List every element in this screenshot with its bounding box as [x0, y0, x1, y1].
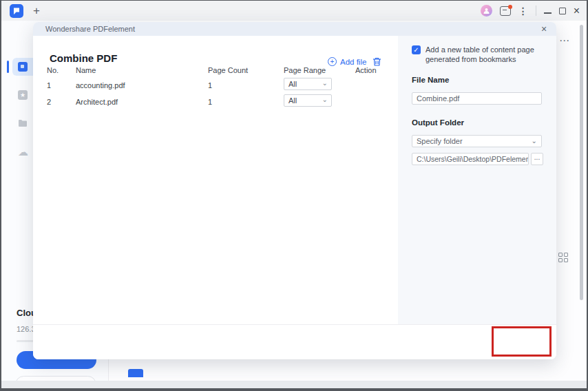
col-header-page-count: Page Count [208, 66, 248, 74]
star-icon: ★ [18, 90, 28, 100]
close-window-button[interactable]: × [574, 6, 580, 17]
dialog-title-bar: Wondershare PDFelement × [33, 22, 556, 36]
chevron-down-icon: ⌄ [532, 136, 537, 147]
minimize-button[interactable] [544, 12, 552, 14]
row-no: 2 [47, 98, 51, 106]
pdfelement-logo-icon [12, 7, 21, 15]
row-file-name: Architect.pdf [76, 98, 118, 106]
toc-checkbox[interactable]: ✓ [412, 45, 421, 54]
grid-view-icon[interactable] [558, 253, 569, 263]
add-file-label: Add file [340, 58, 366, 66]
folder-path-input[interactable]: C:\Users\Geili\Desktop\PDFelement\Cc [412, 153, 529, 165]
page-range-value: All [288, 80, 297, 88]
output-options-pane: ✓ Add a new table of content page genera… [398, 36, 556, 324]
col-header-no: No. [47, 66, 59, 74]
output-folder-label: Output Folder [412, 118, 464, 127]
browse-folder-button[interactable]: ... [531, 153, 543, 165]
notification-dot [508, 5, 512, 9]
page-range-select[interactable]: All ⌄ [284, 78, 332, 90]
col-header-page-range: Page Range [284, 66, 326, 74]
cloud-icon: ☁ [18, 147, 28, 157]
file-name-label: File Name [412, 76, 449, 84]
divider [536, 6, 536, 16]
feedback-icon[interactable] [500, 6, 511, 16]
delete-icon[interactable] [372, 56, 382, 67]
kebab-menu-icon[interactable]: ⋮ [518, 6, 528, 16]
combine-pdf-dialog: Wondershare PDFelement × Combine PDF + A… [33, 22, 556, 359]
active-indicator [7, 61, 9, 73]
row-no: 1 [47, 81, 51, 89]
dialog-footer: Apply [33, 324, 556, 359]
file-name-input[interactable]: Combine.pdf [412, 92, 542, 105]
window-border [0, 0, 1, 391]
window-border [0, 0, 588, 1]
add-file-button[interactable]: + Add file [328, 57, 366, 66]
partial-file-icon [128, 369, 143, 377]
dialog-close-button[interactable]: × [538, 23, 550, 35]
add-circle-icon: + [328, 57, 337, 66]
row-file-name: accounting.pdf [76, 81, 125, 89]
chevron-down-icon: ⌄ [322, 94, 328, 105]
row-page-count: 1 [208, 98, 212, 106]
col-header-action: Action [355, 66, 377, 74]
scrollbar[interactable] [580, 25, 583, 300]
title-bar: + ⋮ × [1, 1, 587, 21]
document-icon [18, 62, 28, 72]
col-header-name: Name [76, 66, 96, 74]
app-window: + ⋮ × R ★ St R ☁ [0, 0, 588, 391]
folder-mode-select[interactable]: Specify folder ⌄ [412, 135, 542, 147]
page-range-select[interactable]: All ⌄ [284, 94, 332, 107]
page-range-value: All [288, 96, 297, 105]
dialog-title: Wondershare PDFelement [45, 25, 135, 33]
chevron-down-icon: ⌄ [322, 78, 328, 89]
dialog-heading: Combine PDF [50, 52, 117, 64]
toc-checkbox-label: Add a new table of content page generate… [426, 45, 546, 64]
window-border [0, 388, 588, 391]
highlight-annotation [492, 326, 552, 357]
app-tab[interactable] [10, 4, 23, 18]
file-list-pane: Combine PDF + Add file No. Name Page Cou… [33, 36, 398, 324]
more-options-icon[interactable]: ⋯ [559, 34, 570, 47]
maximize-button[interactable] [559, 8, 566, 14]
folder-mode-value: Specify folder [417, 137, 463, 145]
new-tab-button[interactable]: + [30, 3, 43, 19]
row-page-count: 1 [208, 81, 212, 89]
folder-icon [18, 119, 28, 127]
account-avatar[interactable] [481, 5, 492, 17]
